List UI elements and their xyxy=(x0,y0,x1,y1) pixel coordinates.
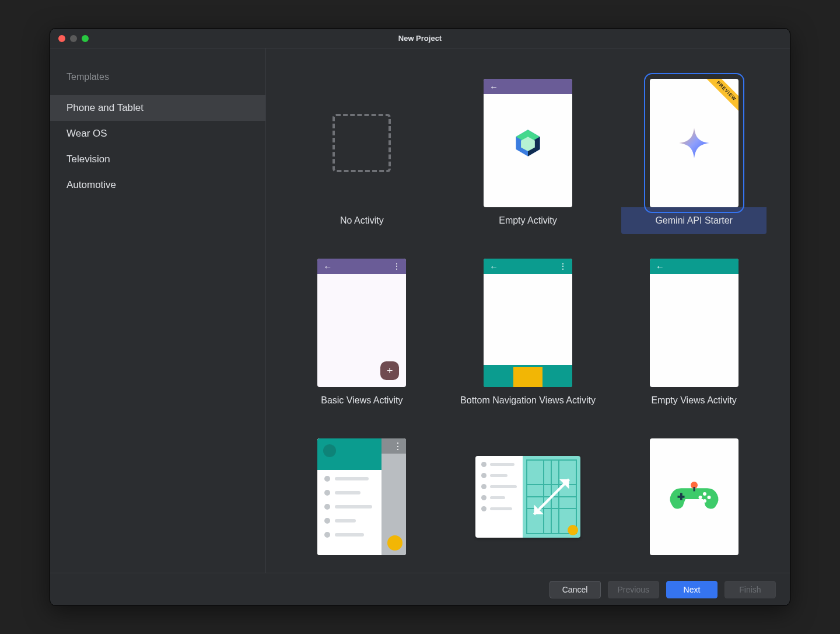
preview-badge: PREVIEW xyxy=(704,79,738,113)
svg-point-12 xyxy=(698,496,702,499)
template-thumb: ⋮ xyxy=(317,438,406,555)
sidebar-item-phone-and-tablet[interactable]: Phone and Tablet xyxy=(50,95,265,121)
template-grid: No Activity ← xyxy=(286,75,770,555)
compose-logo-icon xyxy=(512,127,544,159)
template-thumb: ← xyxy=(650,259,738,387)
template-card-empty-activity[interactable]: ← Empty Activity xyxy=(452,75,604,234)
next-button[interactable]: Next xyxy=(666,581,718,598)
sidebar-item-label: Television xyxy=(66,154,110,165)
template-thumb xyxy=(464,438,592,555)
appbar-icon: ← ⋮ xyxy=(317,259,406,274)
placeholder-icon xyxy=(332,114,391,172)
template-label: Empty Views Activity xyxy=(621,387,766,414)
template-card-no-activity[interactable]: No Activity xyxy=(286,75,438,234)
overflow-menu-icon: ⋮ xyxy=(382,438,407,454)
titlebar: New Project xyxy=(50,29,790,48)
drawer-panel-icon xyxy=(317,438,381,555)
avatar-icon xyxy=(323,444,336,457)
button-label: Finish xyxy=(739,585,761,594)
template-thumb: PREVIEW xyxy=(650,79,738,207)
template-card-navigation-drawer-views-activity[interactable]: ⋮ xyxy=(286,435,438,555)
game-controller-icon xyxy=(668,482,720,513)
svg-point-9 xyxy=(703,492,706,496)
template-thumb xyxy=(317,79,406,207)
fab-icon: + xyxy=(380,361,399,380)
button-label: Next xyxy=(684,585,701,594)
finish-button: Finish xyxy=(724,581,776,598)
button-label: Previous xyxy=(618,585,649,594)
appbar-icon: ← xyxy=(484,79,572,94)
overflow-menu-icon: ⋮ xyxy=(393,262,400,271)
template-categories-sidebar: Templates Phone and Tablet Wear OS Telev… xyxy=(50,48,266,573)
dialog-body: Templates Phone and Tablet Wear OS Telev… xyxy=(50,48,790,573)
sidebar-item-label: Phone and Tablet xyxy=(66,102,144,113)
svg-line-4 xyxy=(534,479,569,514)
svg-rect-14 xyxy=(693,487,695,492)
template-thumb: ← ⋮ + xyxy=(317,259,406,387)
template-label: Bottom Navigation Views Activity xyxy=(456,387,601,414)
back-arrow-icon: ← xyxy=(656,262,664,271)
svg-point-10 xyxy=(707,496,710,499)
sidebar-heading: Templates xyxy=(50,66,265,95)
window-title: New Project xyxy=(50,34,790,43)
template-card-responsive-views-activity[interactable] xyxy=(452,435,604,555)
template-label: Basic Views Activity xyxy=(289,387,435,414)
template-thumb: ← xyxy=(484,79,572,207)
svg-point-11 xyxy=(703,499,706,503)
gemini-spark-icon xyxy=(678,127,710,159)
template-thumb: ← ⋮ xyxy=(484,259,572,387)
cancel-button[interactable]: Cancel xyxy=(550,581,601,598)
minimize-window-button[interactable] xyxy=(70,35,77,42)
overflow-menu-icon: ⋮ xyxy=(559,262,566,271)
zoom-window-button[interactable] xyxy=(82,35,89,42)
template-card-basic-views-activity[interactable]: ← ⋮ + Basic Views Activity xyxy=(286,255,438,414)
template-card-empty-views-activity[interactable]: ← Empty Views Activity xyxy=(618,255,770,414)
back-arrow-icon: ← xyxy=(489,82,498,91)
back-arrow-icon: ← xyxy=(489,262,498,271)
back-arrow-icon: ← xyxy=(323,262,332,271)
close-window-button[interactable] xyxy=(58,35,65,42)
sidebar-item-automotive[interactable]: Automotive xyxy=(50,172,265,198)
fab-icon xyxy=(568,525,578,535)
resize-arrow-icon xyxy=(530,463,573,531)
sidebar-item-wear-os[interactable]: Wear OS xyxy=(50,121,265,147)
template-label: No Activity xyxy=(289,207,435,234)
template-card-gemini-api-starter[interactable]: PREVIEW Gemini AP xyxy=(618,75,770,234)
previous-button: Previous xyxy=(608,581,659,598)
new-project-dialog: New Project Templates Phone and Tablet W… xyxy=(50,28,790,606)
dialog-footer: Cancel Previous Next Finish xyxy=(50,573,790,605)
button-label: Cancel xyxy=(562,585,588,594)
template-label: Empty Activity xyxy=(456,207,601,234)
bottom-nav-icon xyxy=(484,367,572,387)
template-thumb xyxy=(650,438,738,555)
template-card-game-activity[interactable] xyxy=(618,435,770,555)
appbar-icon: ← ⋮ xyxy=(484,259,572,274)
sidebar-item-television[interactable]: Television xyxy=(50,147,265,172)
appbar-icon: ← xyxy=(650,259,738,274)
svg-rect-8 xyxy=(677,496,684,498)
sidebar-item-label: Automotive xyxy=(66,179,116,190)
window-controls xyxy=(50,35,89,42)
template-gallery[interactable]: No Activity ← xyxy=(266,48,790,573)
template-card-bottom-navigation-views-activity[interactable]: ← ⋮ Bottom Navigation Views Activity xyxy=(452,255,604,414)
template-label: Gemini API Starter xyxy=(621,207,766,234)
sidebar-item-label: Wear OS xyxy=(66,128,107,139)
